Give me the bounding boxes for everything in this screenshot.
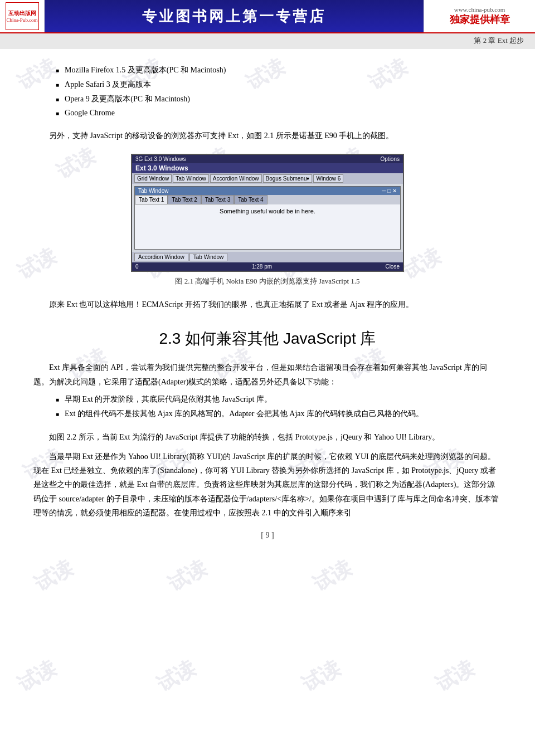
watermark-24: 试读 [297,655,346,698]
list-item-safari: Apple Safari 3 及更高版本 [56,80,502,90]
para-2: Ext 库具备全面的 API，尝试着为我们提供完整的整合开发平台，但是如果结合遗… [33,360,502,388]
watermark-22: 试读 [13,655,61,698]
footer-left: 0 [135,264,139,270]
phone-window-title: Tab Window ─ □ ✕ [135,187,400,195]
figure-caption: 图 2.1 高端手机 Nokia E90 内嵌的浏览器支持 JavaScript… [128,276,407,286]
phone-content-text: Something useful would be in here. [220,208,315,214]
intro-para: 另外，支持 JavaScript 的移动设备的浏览器亦可支持 Ext，如图 2.… [33,129,502,143]
phone-window-content: Something useful would be in here. [135,204,400,249]
page-number: [ 9 ] [33,531,502,540]
menu-item-bogus: Bogus Submenu▾ [263,174,313,183]
status-bar-left: 3G Ext 3.0 Windows [135,156,186,162]
phone-menu-bar: Grid Window Tab Window Accordion Window … [132,173,403,184]
logo-text-bottom: China-Pub.com [6,17,37,23]
adapter-item-1: 早期 Ext 的开发阶段，其底层代码是依附其他 JavaScript 库。 [56,394,502,404]
phone-tab-3: Tab Text 3 [201,195,234,204]
header-url: www.china-pub.com [454,6,505,13]
phone-tab-2: Tab Text 2 [168,195,201,204]
para-3: 如图 2.2 所示，当前 Ext 为流行的 JavaScript 库提供了功能的… [33,430,502,444]
phone-status-bar: 3G Ext 3.0 Windows Options [132,155,403,163]
phone-inner-window: Tab Window ─ □ ✕ Tab Text 1 Tab Text 2 T… [134,186,401,250]
chapter-bar: 第 2 章 Ext 起步 [0,33,535,48]
footer-center: 1:28 pm [252,264,272,270]
figure-2-1: 3G Ext 3.0 Windows Options Ext 3.0 Windo… [128,154,407,286]
adapter-list: 早期 Ext 的开发阶段，其底层代码是依附其他 JavaScript 库。 Ex… [56,394,502,419]
logo-text-top: 互动出版网 [8,9,36,17]
menu-item-window6: Window 6 [313,174,343,183]
para-1: 原来 Ext 也可以这样地用！ECMAScript 开拓了我们的眼界，也真正地拓… [33,297,502,311]
page-number-text: [ 9 ] [261,531,274,539]
header-title-text: 专业图书网上第一专营店 [142,7,326,26]
phone-bottom-bar: Accordion Window Tab Window [132,252,403,262]
header-title-area: 专业图书网上第一专营店 [45,0,424,32]
footer-right: Close [385,264,400,270]
status-bar-right: Options [381,156,400,162]
phone-tab-4: Tab Text 4 [234,195,267,204]
bottom-accordion: Accordion Window [134,253,188,261]
list-item-firefox: Mozilla Firefox 1.5 及更高版本(PC 和 Macintosh… [56,65,502,75]
header-right-area: www.china-pub.com 独家提供样章 [424,0,535,32]
watermark-25: 试读 [431,655,479,698]
chapter-bar-text: 第 2 章 Ext 起步 [474,36,524,45]
browser-list: Mozilla Firefox 1.5 及更高版本(PC 和 Macintosh… [56,65,502,118]
para-4: 当最早期 Ext 还是作为 Yahoo UI! Library(简称 YUI)的… [33,450,502,520]
phone-screenshot: 3G Ext 3.0 Windows Options Ext 3.0 Windo… [131,154,404,272]
menu-item-tab: Tab Window [173,174,208,183]
logo-box: 互动出版网 China-Pub.com [6,2,39,30]
phone-tabs: Tab Text 1 Tab Text 2 Tab Text 3 Tab Tex… [135,195,400,204]
phone-tab-1: Tab Text 1 [135,195,168,204]
list-item-chrome: Google Chrome [56,109,502,118]
watermark-23: 试读 [152,655,201,698]
list-item-opera: Opera 9 及更高版本(PC 和 Macintosh) [56,94,502,104]
adapter-item-2: Ext 的组件代码不是按其他 Ajax 库的风格写的。Adapter 会把其他 … [56,409,502,419]
phone-window-controls: ─ □ ✕ [382,188,397,194]
page-header: 互动出版网 China-Pub.com 专业图书网上第一专营店 www.chin… [0,0,535,33]
main-content: Mozilla Firefox 1.5 及更高版本(PC 和 Macintosh… [0,48,535,562]
bottom-tab: Tab Window [189,253,227,261]
menu-item-accordion: Accordion Window [210,174,262,183]
window-title-text: Ext 3.0 Windows [135,164,188,172]
menu-item-grid: Grid Window [134,174,172,183]
phone-title-bar: Ext 3.0 Windows [132,163,403,173]
phone-window-title-text: Tab Window [138,188,168,194]
logo-area: 互动出版网 China-Pub.com [0,0,45,32]
phone-footer: 0 1:28 pm Close [132,262,403,271]
header-label: 独家提供样章 [450,13,510,26]
section-heading-2-3: 2.3 如何兼容其他 JavaScript 库 [33,328,502,349]
